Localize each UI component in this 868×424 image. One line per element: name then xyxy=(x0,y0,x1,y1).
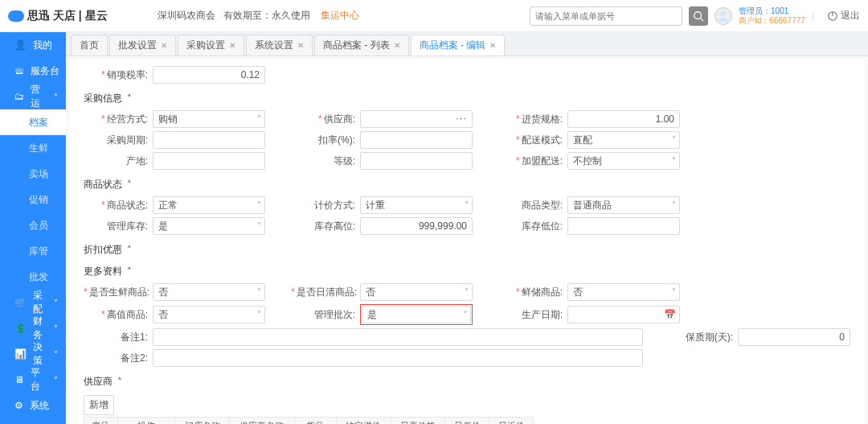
section-status[interactable]: 商品状态˄ xyxy=(84,178,850,191)
sidebar-item-xitong[interactable]: ⚙系统 xyxy=(0,393,66,418)
label-tax: *销项税率: xyxy=(84,68,153,82)
sidebar-item-pingtai[interactable]: 🖥平台˅ xyxy=(0,367,66,393)
valid-label: 有效期至： xyxy=(223,10,272,21)
section-purchase[interactable]: 采购信息˄ xyxy=(84,92,850,105)
table-header-row: 序号 操作 门店名称 供应商名称 货号 约定进价 最高价格 最低价 最近价 xyxy=(84,418,534,425)
th-ops: 操作 xyxy=(117,418,174,425)
input-kcdw[interactable] xyxy=(567,217,680,235)
select-glkc[interactable]: 是˅ xyxy=(153,217,265,235)
logo-icon xyxy=(8,10,24,22)
input-bzts[interactable]: 0 xyxy=(738,328,850,346)
input-scrq[interactable]: 📅 xyxy=(567,306,680,323)
sidebar-item-cuxiao[interactable]: 促销 xyxy=(0,187,66,212)
search-input[interactable] xyxy=(530,6,682,26)
input-jhgg[interactable]: 1.00 xyxy=(567,110,680,128)
svg-line-1 xyxy=(701,18,704,21)
sidebar-item-kuguan[interactable]: 库管 xyxy=(0,238,66,264)
th-code: 货号 xyxy=(294,418,336,425)
chevron-down-icon: ˅ xyxy=(465,200,469,209)
logo-area: 思迅 天店 | 星云 xyxy=(8,9,153,23)
sidebar: 👤我的 🛎服务台 🗂营运˄ 档案 生鲜 卖场 促销 会员 库管 批发 🛒采配˅ … xyxy=(0,32,66,424)
company-name: 深圳码农商会 xyxy=(158,10,215,21)
chevron-down-icon: ˅ xyxy=(672,156,676,165)
section-supplier[interactable]: 供应商˄ xyxy=(84,375,850,389)
input-bz1[interactable] xyxy=(153,328,643,346)
close-icon[interactable]: ✕ xyxy=(394,41,400,50)
sidebar-item-service[interactable]: 🛎服务台 xyxy=(0,58,66,84)
chevron-down-icon: ˅ xyxy=(54,376,58,385)
th-supplier: 供应商名称 xyxy=(229,418,294,425)
select-psms[interactable]: 直配˅ xyxy=(567,131,680,149)
input-kcgw[interactable]: 999,999.00 xyxy=(360,217,473,235)
sidebar-item-dangan[interactable]: 档案 xyxy=(0,109,66,135)
input-cd[interactable] xyxy=(153,152,265,170)
chevron-down-icon: ˅ xyxy=(54,350,58,359)
logout-button[interactable]: 退出 xyxy=(827,9,860,23)
chevron-down-icon: ˅ xyxy=(54,298,58,307)
close-icon[interactable]: ✕ xyxy=(161,41,167,50)
select-jyfs[interactable]: 购销˅ xyxy=(153,110,265,128)
sidebar-item-huiyuan[interactable]: 会员 xyxy=(0,212,66,238)
tab-edit[interactable]: 商品档案 - 编辑✕ xyxy=(411,35,506,56)
input-cgzq[interactable] xyxy=(153,131,265,149)
search-button[interactable] xyxy=(689,6,708,26)
sidebar-item-maichang[interactable]: 卖场 xyxy=(0,161,66,187)
section-more[interactable]: 更多资料˄ xyxy=(84,265,850,278)
main-area: 首页 批发设置✕ 采购设置✕ 系统设置✕ 商品档案 - 列表✕ 商品档案 - 编… xyxy=(66,32,868,424)
sidebar-item-caiwu[interactable]: 💲财务˅ xyxy=(0,315,66,341)
sidebar-item-caipei[interactable]: 🛒采配˅ xyxy=(0,290,66,315)
input-bz2[interactable] xyxy=(153,349,643,367)
close-icon[interactable]: ✕ xyxy=(297,41,304,50)
section-discount[interactable]: 折扣优惠˄ xyxy=(84,243,850,257)
required-icon: * xyxy=(101,69,105,80)
user-info: 管理员：1001 商户Id：66667777 xyxy=(739,6,805,26)
select-gys[interactable]: ··· xyxy=(360,110,473,128)
select-glpc[interactable]: 是˅ xyxy=(362,306,471,323)
calendar-icon: 📅 xyxy=(664,309,676,320)
input-dj[interactable] xyxy=(360,152,473,170)
chevron-up-icon: ˄ xyxy=(127,179,132,190)
chevron-up-icon: ˄ xyxy=(127,266,132,277)
top-info: 深圳码农商会 有效期至：永久使用 集运中心 xyxy=(158,9,359,23)
add-button[interactable]: 新增 xyxy=(84,395,114,415)
avatar[interactable] xyxy=(714,7,732,25)
select-gzsp[interactable]: 否˅ xyxy=(153,306,265,323)
tab-bar: 首页 批发设置✕ 采购设置✕ 系统设置✕ 商品档案 - 列表✕ 商品档案 - 编… xyxy=(66,32,868,56)
input-kl[interactable] xyxy=(360,131,473,149)
sidebar-item-juece[interactable]: 📊决策˅ xyxy=(0,341,66,367)
tab-pifa[interactable]: 批发设置✕ xyxy=(109,35,176,56)
tab-xitong[interactable]: 系统设置✕ xyxy=(246,35,313,56)
ellipsis-icon: ··· xyxy=(456,112,467,124)
close-icon[interactable]: ✕ xyxy=(229,41,235,50)
th-p1: 约定进价 xyxy=(336,418,391,425)
select-sfrq[interactable]: 否˅ xyxy=(360,283,473,301)
select-jjfs[interactable]: 计重˅ xyxy=(360,196,473,214)
close-icon[interactable]: ✕ xyxy=(489,41,496,50)
content: *销项税率: 0.12 采购信息˄ *经营方式:购销˅ *供应商:··· *进货… xyxy=(69,60,865,424)
tab-list[interactable]: 商品档案 - 列表✕ xyxy=(314,35,409,56)
select-jmps[interactable]: 不控制˅ xyxy=(567,152,680,170)
valid-value: 永久使用 xyxy=(272,10,310,21)
chevron-up-icon: ˄ xyxy=(117,377,122,387)
avatar-icon xyxy=(717,10,730,23)
sidebar-item-pifa[interactable]: 批发 xyxy=(0,264,66,290)
sidebar-item-yingyun[interactable]: 🗂营运˄ xyxy=(0,84,66,109)
tab-caigou[interactable]: 采购设置✕ xyxy=(178,35,244,56)
chevron-down-icon: ˅ xyxy=(257,114,261,123)
supplier-table-area: 新增 序号 操作 门店名称 供应商名称 货号 约定进价 最高价格 最低价 最近价 xyxy=(84,395,850,424)
select-spzt[interactable]: 正常˅ xyxy=(153,196,265,214)
power-icon xyxy=(827,10,838,22)
input-tax[interactable]: 0.12 xyxy=(153,66,265,84)
svg-point-0 xyxy=(694,11,702,19)
select-sfsx[interactable]: 否˅ xyxy=(153,283,265,301)
center-link[interactable]: 集运中心 xyxy=(321,10,359,21)
chevron-down-icon: ˅ xyxy=(257,310,261,319)
sidebar-item-shengxian[interactable]: 生鲜 xyxy=(0,135,66,161)
th-p2: 最高价格 xyxy=(391,418,445,425)
tab-home[interactable]: 首页 xyxy=(71,35,108,56)
sidebar-item-mine[interactable]: 👤我的 xyxy=(0,32,66,58)
chevron-down-icon: ˅ xyxy=(257,200,261,209)
select-xcsp[interactable]: 否˅ xyxy=(567,283,680,301)
select-splx[interactable]: 普通商品˅ xyxy=(567,196,680,214)
chevron-down-icon: ˅ xyxy=(463,310,467,319)
